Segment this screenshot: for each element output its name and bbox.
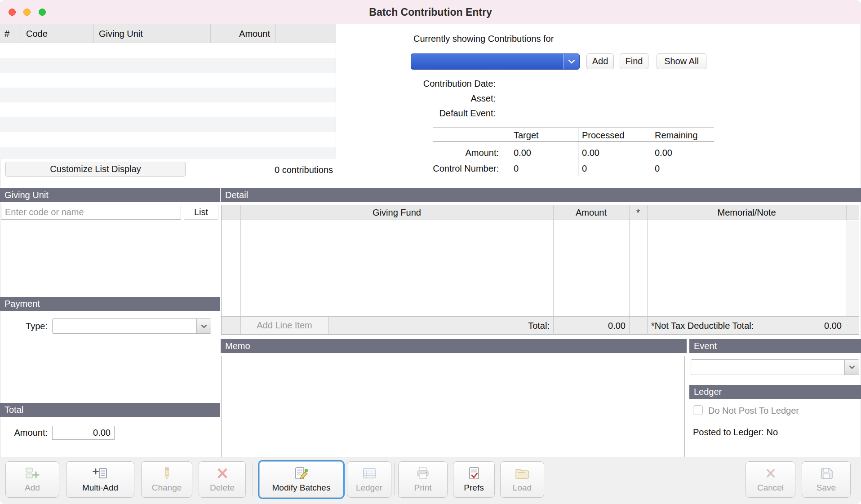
- prefs-document-icon: [466, 466, 482, 482]
- change-button[interactable]: Change: [141, 461, 192, 498]
- contribution-count: 0 contributions: [250, 164, 358, 175]
- column-divider: [275, 24, 276, 43]
- payment-type-dropdown[interactable]: [52, 318, 211, 334]
- do-not-post-checkbox[interactable]: [693, 405, 703, 415]
- column-divider: [629, 317, 630, 335]
- default-event-label: Default Event:: [359, 108, 496, 119]
- summary-col-target: Target: [514, 130, 539, 141]
- toolbar-divider: [253, 463, 253, 495]
- summary-amount-processed: 0.00: [582, 147, 599, 158]
- ledger-grid-icon: [361, 466, 377, 482]
- asset-label: Asset:: [359, 93, 496, 104]
- summary-col-processed: Processed: [582, 130, 625, 141]
- chevron-down-icon: [844, 360, 859, 375]
- total-amount-label: Amount:: [0, 427, 48, 438]
- delete-button[interactable]: Delete: [199, 461, 246, 498]
- detail-total-label: Total:: [418, 317, 550, 335]
- cancel-x-icon: [763, 466, 779, 482]
- payment-type-label: Type:: [0, 321, 48, 332]
- detail-table: Giving Fund Amount * Memorial/Note Add L…: [221, 205, 859, 335]
- column-divider: [647, 317, 648, 335]
- chevron-down-icon: [196, 319, 211, 333]
- batch-contribution-entry-window: Batch Contribution Entry # Code Giving U…: [0, 0, 861, 504]
- detail-section-header: Detail: [221, 188, 861, 202]
- column-divider: [553, 317, 554, 335]
- not-tax-deductible-label: *Not Tax Deductible Total:: [651, 317, 754, 335]
- column-divider: [553, 205, 554, 316]
- contribution-rows[interactable]: [0, 43, 336, 159]
- column-divider: [240, 205, 241, 316]
- total-amount-input[interactable]: [52, 426, 115, 440]
- modify-batches-icon: [293, 466, 310, 482]
- summary-control-processed: 0: [582, 163, 587, 174]
- summary-control-number-label: Control Number:: [364, 163, 499, 174]
- batch-heading: Currently showing Contributions for: [413, 33, 554, 44]
- load-button[interactable]: Load: [500, 461, 544, 498]
- batch-select-dropdown[interactable]: [411, 53, 580, 70]
- batch-add-button[interactable]: Add: [586, 53, 614, 69]
- detail-col-giving-fund: Giving Fund: [240, 205, 553, 220]
- col-header-giving-unit: Giving Unit: [93, 24, 210, 43]
- printer-icon: [415, 466, 431, 482]
- summary-amount-label: Amount:: [364, 147, 499, 158]
- memo-section-header: Memo: [221, 339, 687, 353]
- event-dropdown[interactable]: [691, 359, 859, 375]
- window-title: Batch Contribution Entry: [0, 0, 861, 24]
- add-button[interactable]: Add: [5, 461, 59, 498]
- prefs-button[interactable]: Prefs: [453, 461, 495, 498]
- save-button[interactable]: Save: [802, 461, 851, 498]
- batch-find-button[interactable]: Find: [620, 53, 648, 69]
- summary-amount-target: 0.00: [514, 147, 531, 158]
- folder-icon: [514, 466, 530, 482]
- summary-divider: [433, 141, 714, 142]
- summary-divider: [504, 128, 504, 176]
- print-button[interactable]: Print: [398, 461, 448, 498]
- total-section-header: Total: [0, 403, 220, 417]
- ledger-button[interactable]: Ledger: [347, 461, 391, 498]
- column-divider: [21, 24, 21, 43]
- col-header-code: Code: [21, 24, 93, 43]
- chevron-down-icon: [563, 54, 579, 69]
- summary-col-remaining: Remaining: [655, 130, 698, 141]
- summary-divider: [650, 128, 650, 176]
- add-icon: [24, 466, 40, 482]
- pencil-icon: [159, 466, 175, 482]
- column-divider: [210, 24, 211, 43]
- column-divider: [647, 205, 648, 316]
- bottom-toolbar: Add Multi-Add Change: [0, 457, 861, 504]
- detail-scrollbar[interactable]: [846, 221, 859, 316]
- event-section-header: Event: [689, 339, 861, 353]
- summary-divider: [433, 128, 714, 128]
- contributions-list: # Code Giving Unit Amount: [0, 24, 336, 159]
- column-divider: [93, 24, 94, 43]
- posted-to-ledger-text: Posted to Ledger: No: [693, 427, 778, 438]
- multi-add-button[interactable]: Multi-Add: [66, 461, 134, 498]
- summary-control-target: 0: [514, 163, 519, 174]
- summary-divider: [578, 128, 578, 176]
- detail-col-amount: Amount: [553, 205, 629, 220]
- col-header-amount: Amount: [210, 24, 275, 43]
- cancel-button[interactable]: Cancel: [746, 461, 795, 498]
- do-not-post-label: Do Not Post To Ledger: [708, 405, 799, 416]
- toolbar-divider: [394, 463, 395, 495]
- batch-show-all-button[interactable]: Show All: [657, 53, 706, 69]
- detail-table-footer: Add Line Item Total: 0.00 *Not Tax Deduc…: [222, 316, 859, 334]
- contributions-list-header: # Code Giving Unit Amount: [0, 24, 336, 43]
- payment-section-header: Payment: [0, 297, 220, 311]
- column-divider: [629, 205, 630, 316]
- ledger-section-header: Ledger: [689, 385, 861, 399]
- col-header-number: #: [0, 24, 21, 43]
- giving-unit-section-header: Giving Unit: [0, 188, 220, 202]
- modify-batches-button[interactable]: Modify Batches: [259, 461, 343, 498]
- contribution-date-label: Contribution Date:: [359, 78, 496, 89]
- detail-total-value: 0.00: [558, 317, 626, 335]
- customize-list-display-button[interactable]: Customize List Display: [5, 162, 186, 177]
- multi-add-icon: [92, 466, 108, 482]
- summary-control-remaining: 0: [655, 163, 660, 174]
- detail-col-asterisk: *: [629, 205, 647, 220]
- title-bar: Batch Contribution Entry: [0, 0, 861, 24]
- memo-textarea[interactable]: [221, 356, 685, 464]
- giving-unit-search-input[interactable]: [1, 205, 181, 220]
- add-line-item-button[interactable]: Add Line Item: [240, 317, 328, 334]
- giving-unit-list-button[interactable]: List: [184, 205, 218, 220]
